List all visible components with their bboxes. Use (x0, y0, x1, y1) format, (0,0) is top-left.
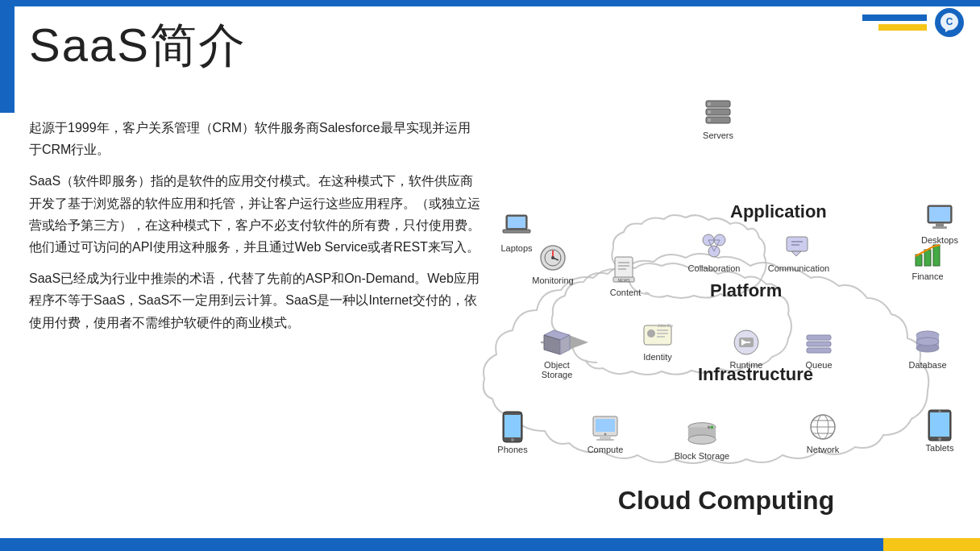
svg-point-20 (551, 256, 554, 259)
queue-icon-group: Queue (791, 326, 847, 370)
svg-rect-76 (930, 412, 949, 437)
compute-label: Compute (588, 445, 624, 454)
svg-text:Jobs Doe: Jobs Doe (658, 323, 673, 328)
object-storage-icon-group: Object Storage (529, 326, 585, 379)
content-area: 起源于1999年，客户关系管理（CRM）软件服务商Salesforce最早实现并… (29, 117, 480, 511)
object-storage-label: Object Storage (529, 360, 585, 379)
cloud-computing-label: Cloud Computing (618, 486, 834, 516)
identity-label: Identity (643, 352, 671, 362)
svg-rect-51 (807, 342, 831, 346)
svg-point-69 (710, 425, 713, 429)
svg-rect-6 (708, 110, 711, 114)
phones-icon-group: Phones (484, 411, 541, 454)
runtime-label: Runtime (730, 360, 763, 370)
title-area: SaaS简介 (29, 14, 247, 77)
bottom-bar-blue (0, 538, 883, 551)
svg-marker-34 (791, 251, 801, 256)
svg-point-64 (604, 433, 607, 436)
paragraph-1: 起源于1999年，客户关系管理（CRM）软件服务商Salesforce最早实现并… (29, 117, 480, 160)
bottom-bar-yellow (883, 538, 980, 551)
svg-point-59 (511, 438, 514, 441)
content-icon-group: NEWS Content (597, 254, 654, 297)
left-accent (0, 0, 15, 113)
svg-rect-14 (936, 223, 944, 226)
svg-rect-8 (708, 118, 711, 122)
svg-rect-4 (708, 102, 711, 106)
network-label: Network (807, 445, 839, 454)
logo-bars (862, 14, 927, 31)
svg-rect-39 (933, 245, 940, 266)
svg-rect-13 (929, 207, 950, 222)
monitoring-icon-group: Monitoring (525, 242, 581, 285)
collaboration-icon-group: Collaboration (686, 230, 742, 273)
collaboration-label: Collaboration (688, 263, 741, 273)
tablets-icon-group: Tablets (911, 409, 968, 453)
servers-label: Servers (703, 130, 733, 140)
communication-label: Communication (768, 263, 829, 273)
application-label: Application (730, 201, 827, 222)
database-label: Database (908, 360, 946, 370)
runtime-icon-group: Runtime (718, 326, 774, 370)
svg-point-67 (688, 435, 716, 444)
svg-rect-11 (503, 230, 530, 233)
svg-rect-63 (596, 439, 614, 441)
paragraph-2: SaaS（软件即服务）指的是软件的应用交付模式。在这种模式下，软件供应商开发了基… (29, 170, 480, 258)
page-title: SaaS简介 (29, 14, 247, 77)
cloud-computing-diagram: Application Platform Infrastructure Clou… (480, 81, 972, 532)
tablets-label: Tablets (926, 443, 954, 453)
content-label: Content (610, 288, 642, 297)
queue-label: Queue (805, 360, 832, 370)
paragraph-3: SaaS已经成为行业中推崇的术语，代替了先前的ASP和On-Demand。Web… (29, 267, 480, 334)
finance-icon-group: Finance (899, 238, 956, 281)
communication-icon-group: Communication (770, 230, 827, 273)
logo-bar-blue (862, 14, 927, 21)
bottom-bar (0, 538, 980, 551)
svg-rect-62 (600, 436, 611, 439)
identity-icon-group: Jobs Doe Identity (629, 318, 686, 362)
logo-bar-yellow (878, 24, 927, 31)
brand-logo-icon: C (935, 8, 964, 37)
block-storage-icon-group: Block Storage (674, 417, 730, 461)
svg-rect-58 (505, 415, 521, 437)
svg-rect-33 (787, 237, 808, 251)
svg-rect-10 (508, 217, 525, 228)
header-bar (0, 0, 980, 6)
svg-rect-61 (596, 419, 615, 432)
svg-point-78 (939, 410, 941, 412)
svg-rect-21 (615, 257, 633, 280)
svg-rect-52 (807, 348, 831, 353)
svg-rect-15 (932, 226, 947, 229)
database-icon-group: Database (899, 326, 956, 370)
svg-rect-50 (807, 335, 831, 340)
svg-text:C: C (946, 16, 953, 27)
svg-point-68 (708, 425, 711, 429)
svg-point-77 (938, 437, 941, 441)
servers-icon-group: Servers (690, 97, 746, 140)
network-icon-group: Network (795, 411, 851, 454)
svg-rect-38 (924, 250, 931, 266)
svg-point-41 (647, 329, 655, 338)
block-storage-label: Block Storage (675, 451, 729, 461)
svg-text:NEWS: NEWS (618, 278, 631, 283)
phones-label: Phones (497, 445, 527, 454)
platform-label: Platform (710, 280, 782, 301)
svg-point-56 (916, 338, 939, 346)
finance-label: Finance (911, 271, 943, 281)
top-right-logo: C (862, 8, 964, 37)
monitoring-label: Monitoring (532, 276, 573, 285)
compute-icon-group: Compute (577, 411, 633, 454)
